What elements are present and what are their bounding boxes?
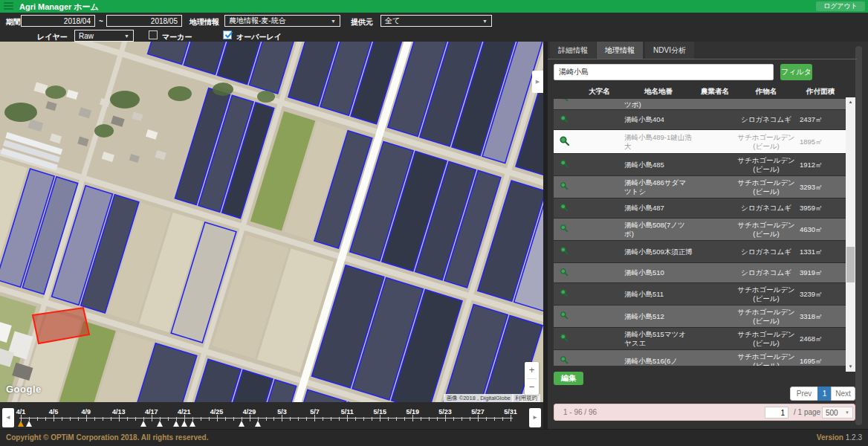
page-number-input[interactable] [765, 407, 788, 418]
table-row[interactable]: 湯崎小島489-1鍵山浩大 サチホゴールデン(ビール) 1895㎡ [554, 130, 846, 154]
table-row[interactable]: 湯崎小島487 シロガネコムギ 3959㎡ [554, 198, 846, 219]
timeline-image-marker[interactable] [26, 421, 32, 427]
timeline-image-marker[interactable] [181, 421, 187, 427]
cell-area: 3293㎡ [795, 183, 846, 192]
filter-button[interactable]: フィルタ [780, 64, 812, 80]
cell-chiban: 湯崎小島508(7ノツボ) [624, 221, 693, 239]
map-area: Google 画像 ©2018 , DigitalGlobe 利用規約 + − … [0, 42, 543, 429]
table-row[interactable]: 湯崎小島508(7ノツボ) サチホゴールデン(ビール) 4630㎡ [554, 219, 846, 241]
zoom-to-field-icon[interactable] [554, 333, 574, 344]
timeline-image-marker[interactable] [173, 421, 179, 427]
panel-expand-arrow[interactable]: ▶ [532, 71, 543, 93]
zoom-to-field-icon[interactable] [554, 246, 574, 257]
zoom-to-field-icon[interactable] [554, 224, 574, 235]
table-row[interactable]: 湯崎小島486サダマツトシ サチホゴールデン(ビール) 3293㎡ [554, 176, 846, 198]
timeline-date-label: 4/29 [241, 408, 259, 416]
timeline: ◄ ► 4/14/54/94/134/174/214/254/295/35/75… [0, 402, 543, 429]
dropdown-arrow-icon: ▼ [845, 410, 849, 415]
zoom-to-field-icon[interactable] [554, 355, 574, 366]
timeline-image-marker[interactable] [140, 421, 146, 427]
footer: Copyright © OPTiM Corporation 2018. All … [0, 429, 868, 446]
toolbar: 期間 ~ 地理情報 農地情報-麦-統合 ▼ 提供元 全て ▼ レイヤー Raw … [0, 13, 868, 42]
map-zoom-control: + − [525, 362, 539, 395]
scroll-up-button[interactable]: ▲ [846, 97, 855, 107]
marker-label: マーカー [162, 32, 192, 42]
timeline-date-label: 5/19 [404, 408, 421, 416]
copyright-text: Copyright © OPTiM Corporation 2018. All … [6, 433, 208, 442]
marker-checkbox[interactable] [149, 30, 158, 39]
cell-area: 4630㎡ [795, 225, 846, 234]
zoom-out-button[interactable]: − [525, 379, 539, 395]
column-header: 大字名 [574, 83, 624, 99]
timeline-image-marker[interactable] [157, 421, 163, 427]
timeline-date-label: 4/25 [208, 408, 226, 416]
date-from-input[interactable] [21, 15, 95, 27]
zoom-to-field-icon[interactable] [554, 268, 574, 279]
tab-detail-info[interactable]: 詳細情報 [550, 42, 596, 59]
overlay-label: オーバーレイ [236, 32, 282, 42]
table-row[interactable]: 湯崎小島404 シロガネコムギ 2437㎡ [554, 110, 846, 130]
cell-chiban: 湯崎小島510 [624, 268, 693, 277]
tab-geo-info[interactable]: 地理情報 [597, 42, 643, 59]
layer-select[interactable]: Raw ▼ [74, 30, 134, 42]
pagination-prev[interactable]: Prev [790, 387, 818, 401]
cell-crop: サチホゴールデン(ビール) [737, 308, 795, 326]
zoom-to-field-icon[interactable] [554, 181, 574, 193]
zoom-to-field-icon[interactable] [554, 99, 574, 104]
provider-label: 提供元 [351, 17, 373, 28]
table-row[interactable]: ツボ) [554, 99, 846, 110]
detail-panel: 地理情報 詳細情報 NDVI分析 フィルタ 大字名地名地番農業者名作物名作付面積… [548, 42, 868, 429]
table-row[interactable]: 湯崎小島512 サチホゴールデン(ビール) 3318㎡ [554, 306, 846, 328]
dropdown-arrow-icon: ▼ [482, 19, 488, 24]
timeline-image-marker[interactable] [190, 421, 195, 427]
cell-chiban: 湯崎小島511 [624, 290, 693, 299]
tab-ndvi[interactable]: NDVI分析 [645, 42, 694, 59]
scrollbar-thumb[interactable] [846, 247, 855, 282]
search-input[interactable] [554, 64, 774, 80]
zoom-to-field-icon[interactable] [554, 288, 574, 300]
status-bar: 1 - 96 / 96 / 1 page size 500 ▼ [554, 404, 855, 421]
table-row[interactable]: 湯崎小島515マツオヤスエ サチホゴールデン(ビール) 2468㎡ [554, 328, 846, 350]
pagination-next[interactable]: Next [831, 387, 855, 401]
date-to-input[interactable] [106, 15, 182, 27]
zoom-to-field-icon[interactable] [554, 203, 574, 214]
table-row[interactable]: 湯崎小島510 シロガネコムギ 3919㎡ [554, 263, 846, 283]
timeline-right-arrow[interactable]: ► [529, 408, 541, 427]
table-row[interactable]: 湯崎小島516(6ノ サチホゴールデン(ビール) 1695㎡ [554, 350, 846, 366]
dropdown-arrow-icon: ▼ [124, 33, 129, 39]
timeline-date-label: 5/31 [502, 408, 519, 416]
timeline-date-label: 5/23 [436, 408, 454, 416]
table-row[interactable]: 湯崎小島485 サチホゴールデン(ビール) 1912㎡ [554, 154, 846, 176]
logout-button[interactable]: ログアウト [816, 1, 865, 11]
table-row[interactable]: 湯崎小島509木須正博 シロガネコムギ 1331㎡ [554, 241, 846, 263]
date-separator: ~ [99, 17, 103, 25]
cell-area: 3919㎡ [795, 268, 846, 277]
top-bar: Agri Manager ホーム ログアウト [0, 0, 868, 13]
zoom-to-field-icon[interactable] [554, 159, 574, 170]
cell-chiban: 湯崎小島404 [624, 115, 693, 124]
zoom-in-button[interactable]: + [525, 362, 539, 378]
table-scrollbar: ▲ ▼ [846, 97, 855, 372]
zoom-to-field-icon[interactable] [554, 135, 574, 149]
edit-button[interactable]: 編集 [554, 372, 583, 385]
scroll-down-button[interactable]: ▼ [846, 362, 855, 372]
timeline-image-marker[interactable] [18, 421, 24, 427]
geo-select[interactable]: 農地情報-麦-統合 ▼ [224, 15, 340, 27]
cell-area: 1331㎡ [795, 248, 846, 256]
timeline-date-label: 5/3 [273, 408, 291, 416]
timeline-date-label: 5/7 [305, 408, 323, 416]
cell-chiban: ツボ) [624, 100, 693, 109]
page-size-select[interactable]: 500 ▼ [822, 407, 853, 418]
hamburger-menu-icon[interactable] [4, 2, 13, 10]
zoom-to-field-icon[interactable] [554, 114, 574, 126]
pagination-current-page[interactable]: 1 [817, 387, 832, 401]
overlay-checkbox[interactable] [223, 30, 232, 39]
provider-select[interactable]: 全て ▼ [380, 15, 492, 27]
timeline-date-label: 4/5 [45, 408, 62, 416]
map-satellite-view[interactable] [0, 42, 543, 402]
table-row[interactable]: 湯崎小島511 サチホゴールデン(ビール) 3239㎡ [554, 283, 846, 306]
panel-scrollbar[interactable] [855, 46, 862, 425]
timeline-image-marker[interactable] [239, 421, 244, 427]
zoom-to-field-icon[interactable] [554, 311, 574, 322]
timeline-image-marker[interactable] [255, 421, 261, 427]
